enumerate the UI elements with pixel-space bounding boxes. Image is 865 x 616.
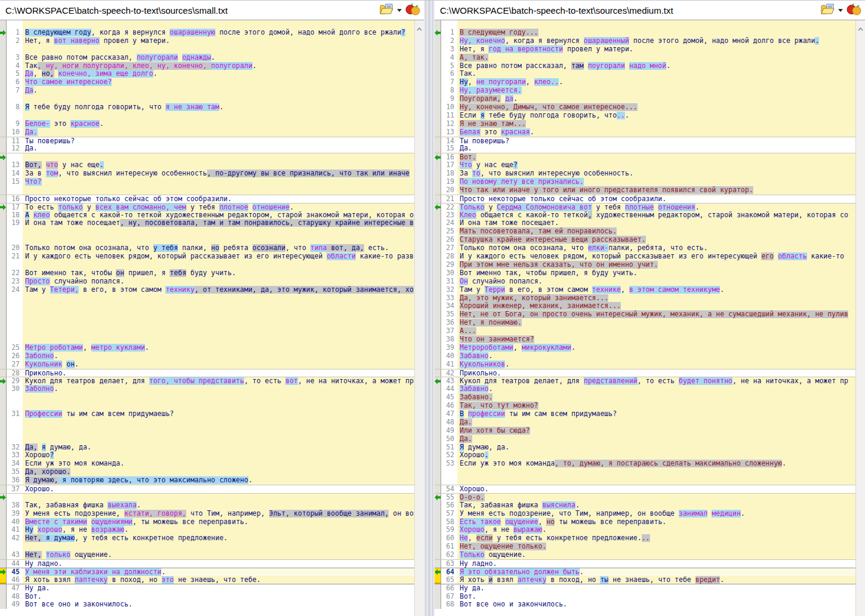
code-line[interactable]: 17Что у нас еще?	[435, 161, 855, 170]
code-line[interactable]: 53Если уж это моя команда, то, думаю, я …	[435, 460, 855, 468]
code-line[interactable]: 32Да, я думаю, да.	[0, 443, 414, 452]
code-line[interactable]: 66Ну да.	[435, 584, 855, 593]
code-line[interactable]: 50Да.	[435, 435, 855, 443]
code-line[interactable]: 36Нет, я понимаю.	[435, 319, 855, 327]
code-line[interactable]: 4А, так.	[435, 54, 855, 62]
copy-diff-left-arrow-icon[interactable]	[435, 569, 441, 575]
filler-line[interactable]	[0, 227, 414, 236]
right-vertical-scrollbar[interactable]	[855, 20, 865, 616]
code-line[interactable]: 26Заболно.	[0, 352, 414, 361]
copy-diff-right-arrow-icon[interactable]	[0, 29, 6, 36]
code-line[interactable]: 21И у каждого есть человек рядом, которы…	[0, 252, 414, 261]
code-line[interactable]: 28Прикольно.	[0, 369, 414, 377]
code-line[interactable]: 49Или хотя бы сюда?	[435, 427, 855, 435]
code-line[interactable]: 3Все равно потом рассказал, полугорали о…	[0, 54, 414, 62]
filler-line[interactable]	[0, 319, 414, 327]
code-line[interactable]: 41Кукольников.	[435, 361, 855, 369]
chevron-up-icon[interactable]	[417, 23, 422, 33]
code-line[interactable]: 29Кукол для театров делает, для того, чт…	[0, 377, 414, 385]
code-line[interactable]: 51Я думаю, да.	[435, 443, 855, 452]
filler-line[interactable]	[0, 45, 414, 54]
code-line[interactable]: 67Вот.	[435, 593, 855, 601]
right-text-area[interactable]: 1В следующем году...2Ну, конечно, когда …	[435, 20, 855, 616]
code-line[interactable]: 33Да, это мужик, который занимается...	[435, 294, 855, 303]
copy-diff-right-arrow-icon[interactable]	[0, 569, 6, 575]
code-line[interactable]: 25Мать посоветовала, там ей понравилось.	[435, 227, 855, 236]
code-line[interactable]: 31Профессии ты им сам всем придумаешь?	[0, 410, 414, 418]
code-line[interactable]: 43Нет, только ощущение.	[0, 551, 414, 559]
code-line[interactable]: 58Есть такое ощущение, но ты можешь все …	[435, 518, 855, 526]
code-line[interactable]: 7Ну, не поугорали, клео...	[435, 78, 855, 87]
code-line[interactable]: 5Да, но, конечно, зима еще долго.	[0, 70, 414, 78]
code-line[interactable]: 14За в том, что выяснил интересную особе…	[0, 170, 414, 178]
folder-icon[interactable]	[821, 4, 835, 17]
filler-line[interactable]	[0, 112, 414, 120]
code-line[interactable]: 24И она там тоже посещает.	[435, 219, 855, 227]
code-line[interactable]: 4Так, ну, ноги полугорали, клео, ну, кон…	[0, 62, 414, 70]
chevron-up-icon[interactable]	[858, 23, 863, 33]
code-line[interactable]: 46Так, что тут можно?	[435, 402, 855, 410]
code-line[interactable]: 21Просто некоторые только сейчас об этом…	[435, 195, 855, 203]
code-line[interactable]: 11Ты поверишь?	[0, 137, 414, 145]
filler-line[interactable]	[0, 427, 414, 435]
code-line[interactable]: 15Да.	[435, 144, 855, 153]
code-line[interactable]: 39Метророботами, микрокуклами.	[435, 344, 855, 352]
filler-line[interactable]	[0, 302, 414, 310]
code-line[interactable]: 43Кукол для театров делает, для представ…	[435, 377, 855, 385]
copy-diff-right-arrow-icon[interactable]	[0, 154, 6, 161]
code-line[interactable]: 45Забавно.	[435, 393, 855, 402]
code-line[interactable]: 2Нет, я вот наверно провел у матери.	[0, 37, 414, 45]
code-line[interactable]: 57У меня есть подозрение, что Тим, напри…	[435, 510, 855, 518]
code-line[interactable]: 27Кукольник он.	[0, 361, 414, 369]
code-line[interactable]: 9Белое- это красное.	[0, 120, 414, 128]
code-line[interactable]: 22Только у Сердма Соломоновича вот у теб…	[435, 203, 855, 211]
code-line[interactable]: 44Забавно.	[435, 385, 855, 393]
code-line[interactable]: 55О-о-о.	[435, 493, 855, 501]
code-line[interactable]: 9Поугорали, да.	[435, 95, 855, 103]
code-line[interactable]: 48Вот.	[0, 593, 414, 601]
code-line[interactable]: 23Просто случайно попался.	[0, 278, 414, 286]
code-line[interactable]: 1В следующем году...	[435, 29, 855, 37]
left-text-area[interactable]: 1В следующем году, когда я вернулся ошар…	[0, 20, 414, 616]
code-line[interactable]: 64Я это обязательно должен быть.	[435, 568, 855, 576]
filler-line[interactable]	[0, 153, 414, 161]
filler-line[interactable]	[0, 186, 414, 195]
code-line[interactable]: 23Клео общается с какой-то теткой, худож…	[435, 211, 855, 220]
code-line[interactable]: 24Там у Тетери, в его, в этом самом техн…	[0, 286, 414, 294]
code-line[interactable]: 40Вместе с такими ощущениями, ты можешь …	[0, 518, 414, 526]
code-line[interactable]: 12Я не знаю там...	[435, 120, 855, 128]
code-line[interactable]: 38Что он занимается?	[435, 335, 855, 344]
code-line[interactable]: 56Так, забавная фишка выяснила.	[435, 501, 855, 510]
apples-icon[interactable]	[846, 3, 861, 17]
pane-splitter[interactable]	[424, 1, 435, 616]
code-line[interactable]: 20Что так или иначе у того или иного пре…	[435, 186, 855, 195]
code-line[interactable]: 10Ну, конечно, Димыч, что самое интересн…	[435, 103, 855, 112]
filler-line[interactable]	[0, 393, 414, 402]
code-line[interactable]: 63Ну ладно.	[435, 559, 855, 568]
code-line[interactable]: 49Вот все оно и закончилось.	[0, 600, 414, 609]
code-line[interactable]: 47Ну да.	[0, 584, 414, 593]
code-line[interactable]: 13Вот, что у нас еще.	[0, 161, 414, 170]
code-line[interactable]: 19И она там тоже посещает, ну, посоветов…	[0, 219, 414, 227]
code-line[interactable]: 29При этом мне нельзя сказать, что он им…	[435, 261, 855, 269]
copy-diff-right-arrow-icon[interactable]	[0, 204, 6, 211]
code-line[interactable]: 34Если уж это моя команда.	[0, 460, 414, 468]
code-line[interactable]: 6Что самое интересное?	[0, 78, 414, 87]
code-line[interactable]: 22Вот именно так, чтобы он пришел, я теб…	[0, 269, 414, 278]
code-line[interactable]: 27Только потом она осознала, что елки-па…	[435, 244, 855, 252]
code-line[interactable]: 11Если я тебе буду полгода говорить, что…	[435, 112, 855, 120]
code-line[interactable]: 46Я хоть взял лаптечку в поход, но это н…	[0, 576, 414, 584]
copy-diff-left-arrow-icon[interactable]	[435, 204, 441, 211]
code-line[interactable]: 42Нет, я думаю, у тебя есть конкретное п…	[0, 534, 414, 543]
code-line[interactable]: 37Хорошо.	[0, 485, 414, 493]
code-line[interactable]: 16Просто некоторые только сейчас об этом…	[0, 195, 414, 203]
code-line[interactable]: 48Да.	[435, 418, 855, 427]
filler-line[interactable]	[0, 310, 414, 319]
code-line[interactable]: 8Я тебе буду полгода говорить, что я не …	[0, 103, 414, 112]
code-line[interactable]: 19По новому лету все признались.	[435, 178, 855, 186]
chevron-down-icon[interactable]	[838, 9, 843, 12]
code-line[interactable]: 31Он случайно попался.	[435, 278, 855, 286]
code-line[interactable]: 16Вот.	[435, 153, 855, 161]
code-line[interactable]: 5Все равно потом рассказал, там поугорал…	[435, 62, 855, 70]
code-line[interactable]: 42Прикольно.	[435, 369, 855, 377]
